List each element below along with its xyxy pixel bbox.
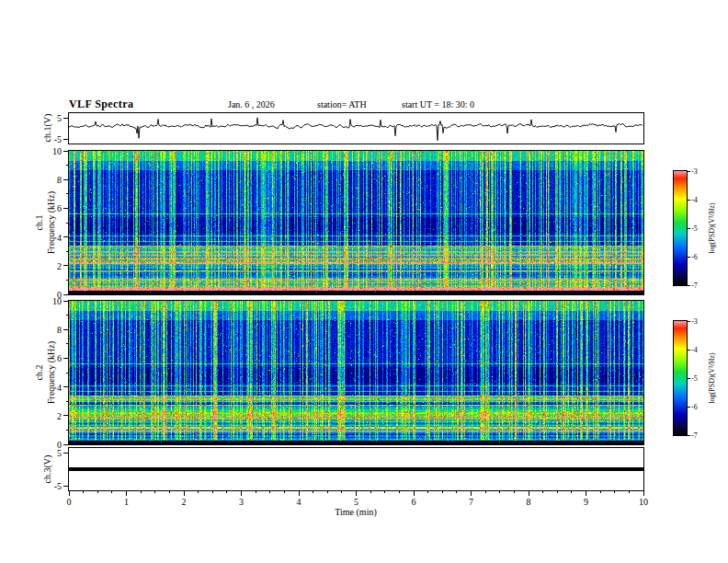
x-axis-minor-tick: [154, 491, 155, 493]
x-tick-label: 6: [412, 497, 416, 507]
colorbar-tick-label: -3: [691, 167, 698, 176]
x-tick-label: 0: [67, 497, 72, 507]
ch1-spectrogram-panel: [69, 151, 643, 294]
colorbar-tick-label: -6: [691, 403, 698, 411]
ch1-spectrogram-canvas: [69, 151, 643, 294]
y-axis-tick: [63, 265, 68, 266]
x-axis-minor-tick: [169, 491, 170, 493]
colorbar-ch2: [674, 321, 687, 435]
x-axis-minor-tick: [629, 491, 630, 493]
x-axis-tick: [299, 491, 300, 496]
vlf-spectra-figure: VLF Spectra Jan. 6 , 2026 station= ATH s…: [0, 0, 728, 563]
colorbar-ch2-label: log(PSD)(V²/Hz): [708, 352, 716, 403]
colorbar-tick: [688, 228, 690, 229]
x-axis-tick: [414, 491, 415, 496]
x-tick-label: 3: [239, 497, 244, 507]
x-tick-label: 1: [124, 497, 129, 507]
colorbar-ch1-canvas: [674, 171, 687, 285]
ch2-spectrogram-ylabel: Frequency (kHz): [46, 341, 56, 404]
x-tick-label: 9: [584, 497, 588, 507]
x-axis-minor-tick: [141, 491, 142, 493]
colorbar-tick-label: -4: [691, 346, 698, 354]
x-axis-minor-tick: [212, 491, 213, 493]
x-axis-tick: [471, 491, 472, 496]
y-axis-minor-tick: [66, 343, 68, 344]
x-axis-minor-tick: [427, 491, 428, 493]
colorbar-tick-label: -3: [691, 317, 698, 326]
y-tick-label: 10: [52, 296, 62, 306]
x-axis-minor-tick: [97, 491, 98, 493]
x-axis-minor-tick: [384, 491, 385, 493]
y-axis-tick: [63, 444, 68, 445]
y-tick-label: 4: [57, 382, 62, 392]
y-tick-label: 4: [57, 232, 62, 242]
x-tick-label: 4: [297, 497, 301, 507]
colorbar-tick-label: -5: [691, 224, 698, 233]
x-axis-tick: [241, 491, 242, 496]
y-axis-tick: [63, 301, 68, 302]
colorbar-ch2-canvas: [674, 321, 687, 435]
y-axis-tick: [63, 151, 68, 152]
x-axis-minor-tick: [514, 491, 515, 493]
x-axis-label: Time (min): [335, 507, 376, 517]
ch2-spectrogram-canvas: [69, 301, 643, 444]
x-axis-minor-tick: [370, 491, 371, 493]
x-axis-minor-tick: [557, 491, 558, 493]
y-axis-tick: [63, 386, 68, 387]
x-axis-tick: [126, 491, 127, 496]
station-label: station= ATH: [317, 99, 367, 109]
y-axis-tick: [63, 118, 68, 119]
y-axis-tick: [63, 294, 68, 295]
y-axis-tick: [63, 208, 68, 209]
y-tick-label: 8: [57, 325, 62, 335]
x-axis-tick: [643, 491, 644, 496]
x-axis-minor-tick: [542, 491, 543, 493]
y-axis-tick: [63, 415, 68, 416]
x-axis-minor-tick: [198, 491, 199, 493]
y-axis-tick: [63, 329, 68, 330]
y-tick-label: 10: [52, 146, 62, 156]
ch3-waveform-canvas: [69, 448, 643, 490]
y-axis-tick: [63, 139, 68, 140]
ch1-waveform-panel: [69, 113, 643, 144]
y-axis-tick: [63, 453, 68, 454]
ch1-spectrogram-ylabel: Frequency (kHz): [46, 191, 56, 254]
x-axis-minor-tick: [456, 491, 457, 493]
x-axis-minor-tick: [226, 491, 227, 493]
y-tick-label: -5: [54, 134, 62, 144]
x-axis-tick: [184, 491, 185, 496]
colorbar-tick: [688, 378, 690, 379]
y-tick-label: -5: [54, 481, 62, 491]
x-axis-minor-tick: [313, 491, 313, 493]
ch2-spectrogram-channel-label: ch.2: [34, 365, 44, 381]
y-axis-minor-tick: [66, 193, 68, 194]
y-tick-label: 6: [57, 353, 62, 363]
x-axis-minor-tick: [600, 491, 601, 493]
x-axis-minor-tick: [284, 491, 285, 493]
ch2-spectrogram-panel: [69, 301, 643, 444]
colorbar-tick-label: -7: [691, 431, 698, 440]
x-axis-minor-tick: [111, 491, 112, 493]
x-tick-label: 10: [639, 497, 648, 507]
y-tick-label: 2: [57, 410, 62, 420]
x-axis-minor-tick: [83, 491, 84, 493]
ch3-waveform-ylabel: ch.3(V): [42, 455, 52, 484]
y-axis-minor-tick: [66, 315, 68, 316]
colorbar-tick: [688, 435, 690, 436]
colorbar-tick: [688, 350, 690, 350]
x-axis-minor-tick: [571, 491, 572, 493]
y-tick-label: 8: [57, 175, 62, 185]
x-axis-minor-tick: [341, 491, 342, 493]
y-tick-label: 2: [57, 260, 62, 270]
y-tick-label: 5: [57, 448, 62, 458]
x-axis-minor-tick: [485, 491, 486, 493]
x-tick-label: 7: [469, 497, 473, 507]
y-axis-minor-tick: [66, 280, 68, 281]
colorbar-tick-label: -6: [691, 253, 698, 261]
y-axis-minor-tick: [66, 165, 68, 166]
y-axis-minor-tick: [66, 430, 68, 431]
y-axis-tick: [63, 486, 68, 487]
y-axis-minor-tick: [66, 401, 68, 402]
x-tick-label: 2: [182, 497, 187, 507]
x-axis-minor-tick: [614, 491, 615, 493]
